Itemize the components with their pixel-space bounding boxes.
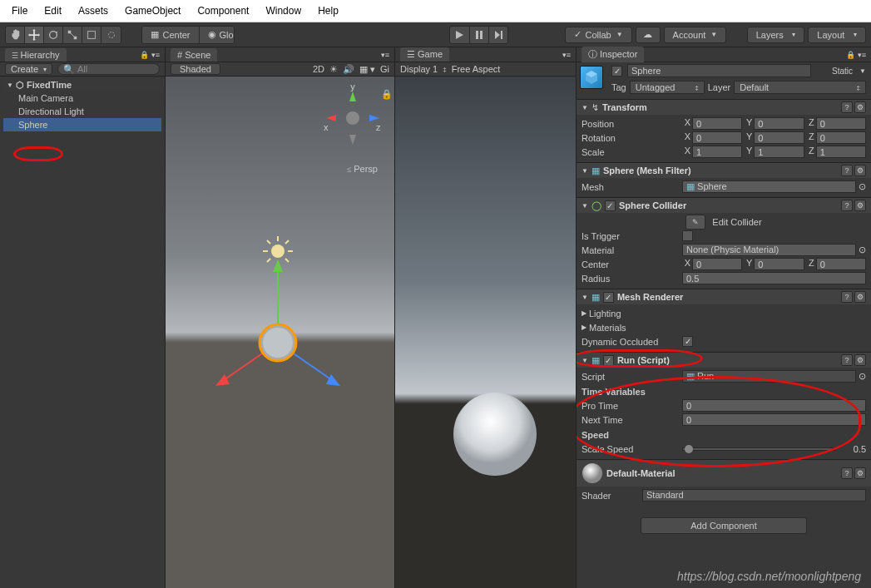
- menu-help[interactable]: Help: [309, 2, 347, 20]
- center-z[interactable]: [816, 258, 866, 270]
- position-y[interactable]: [754, 117, 804, 130]
- rotation-x[interactable]: [692, 131, 742, 144]
- hierarchy-item-directional-light[interactable]: Directional Light: [3, 105, 161, 118]
- object-name-field[interactable]: [627, 64, 811, 77]
- script-enabled-checkbox[interactable]: ✓: [603, 355, 614, 366]
- scene-root[interactable]: ▼ ⬡ FixedTime ▾≡: [3, 78, 165, 91]
- menu-file[interactable]: File: [3, 2, 36, 20]
- layout-dropdown[interactable]: Layout▾: [808, 27, 866, 43]
- edit-collider-button[interactable]: ✎: [685, 215, 705, 230]
- next-time-field[interactable]: [682, 413, 866, 426]
- gear-icon[interactable]: ⚙: [854, 354, 866, 366]
- mesh-field[interactable]: ▦ Sphere: [682, 180, 856, 193]
- menu-window[interactable]: Window: [257, 2, 309, 20]
- foldout-icon[interactable]: ▶: [581, 324, 586, 331]
- menu-assets[interactable]: Assets: [70, 2, 116, 20]
- selected-object-gizmo[interactable]: [195, 259, 361, 426]
- audio-toggle-icon[interactable]: 🔊: [343, 64, 354, 75]
- rotation-y[interactable]: [754, 131, 804, 144]
- orientation-gizmo[interactable]: y x z: [319, 85, 386, 151]
- renderer-enabled-checkbox[interactable]: ✓: [603, 292, 614, 303]
- gear-icon[interactable]: ⚙: [854, 165, 866, 176]
- foldout-icon[interactable]: ▼: [581, 167, 588, 175]
- help-icon[interactable]: ?: [841, 165, 853, 176]
- fx-toggle-icon[interactable]: ▦ ▾: [359, 64, 375, 75]
- scale-speed-slider[interactable]: 0.5: [682, 444, 866, 454]
- aspect-dropdown[interactable]: Free Aspect: [452, 64, 501, 74]
- step-button[interactable]: [489, 27, 508, 43]
- play-button[interactable]: [450, 27, 469, 43]
- hierarchy-item-sphere[interactable]: Sphere: [3, 118, 161, 131]
- account-dropdown[interactable]: Account▼: [664, 27, 727, 43]
- tag-dropdown[interactable]: Untagged‡: [630, 81, 705, 94]
- create-dropdown[interactable]: Create ▾: [5, 63, 52, 75]
- foldout-icon[interactable]: ▼: [581, 294, 588, 301]
- pro-time-field[interactable]: [682, 399, 866, 412]
- handle-toggle[interactable]: ◉Global: [200, 27, 235, 43]
- rect-tool[interactable]: [82, 27, 101, 43]
- collab-dropdown[interactable]: ✓Collab▼: [565, 27, 631, 43]
- collider-enabled-checkbox[interactable]: ✓: [605, 200, 616, 211]
- script-field[interactable]: ▦ Run: [682, 370, 856, 383]
- is-trigger-checkbox[interactable]: [682, 230, 693, 241]
- cloud-button[interactable]: ☁: [636, 27, 661, 43]
- unified-tool[interactable]: [101, 27, 121, 43]
- inspector-tab[interactable]: ⓘ Inspector: [581, 47, 644, 62]
- dynamic-occluded-checkbox[interactable]: ✓: [682, 336, 693, 347]
- gear-icon[interactable]: ⚙: [854, 291, 866, 303]
- scale-y[interactable]: [754, 146, 804, 158]
- help-icon[interactable]: ?: [841, 200, 853, 211]
- 2d-toggle[interactable]: 2D: [313, 64, 324, 74]
- rotate-tool[interactable]: [44, 27, 63, 43]
- foldout-icon[interactable]: ▼: [581, 357, 588, 364]
- panel-lock-icon[interactable]: 🔒 ▾≡: [140, 51, 160, 59]
- foldout-icon[interactable]: ▼: [7, 82, 13, 89]
- display-dropdown[interactable]: Display 1: [400, 64, 438, 74]
- shader-dropdown[interactable]: Standard: [642, 489, 866, 502]
- pivot-toggle[interactable]: ▦Center: [142, 27, 199, 43]
- panel-lock-icon[interactable]: 🔒 ▾≡: [846, 51, 866, 59]
- help-icon[interactable]: ?: [841, 354, 853, 366]
- center-y[interactable]: [754, 258, 804, 270]
- pause-button[interactable]: [470, 27, 489, 43]
- gear-icon[interactable]: ⚙: [854, 101, 866, 113]
- scale-tool[interactable]: [63, 27, 82, 43]
- foldout-icon[interactable]: ▼: [581, 202, 588, 210]
- move-tool[interactable]: [25, 27, 44, 43]
- scale-x[interactable]: [692, 146, 742, 158]
- object-picker-icon[interactable]: ⊙: [859, 245, 866, 255]
- physic-material-field[interactable]: None (Physic Material): [682, 244, 856, 256]
- hierarchy-search[interactable]: 🔍 All: [57, 63, 160, 75]
- position-x[interactable]: [692, 117, 742, 130]
- foldout-icon[interactable]: ▼: [581, 104, 588, 111]
- scene-viewport[interactable]: y x z ≤ Persp: [166, 77, 394, 588]
- light-toggle-icon[interactable]: ☀: [329, 64, 338, 75]
- help-icon[interactable]: ?: [841, 467, 853, 479]
- gear-icon[interactable]: ⚙: [854, 200, 866, 211]
- game-tab[interactable]: ☰ Game: [400, 47, 449, 62]
- menu-component[interactable]: Component: [189, 2, 257, 20]
- add-component-button[interactable]: Add Component: [641, 517, 807, 534]
- static-dropdown[interactable]: ▼: [859, 67, 866, 75]
- layers-dropdown[interactable]: Layers▾: [747, 27, 805, 43]
- materials-foldout[interactable]: Materials: [589, 323, 626, 333]
- menu-gameobject[interactable]: GameObject: [116, 2, 189, 20]
- rotation-z[interactable]: [816, 131, 866, 144]
- hierarchy-item-main-camera[interactable]: Main Camera: [3, 91, 161, 105]
- scene-tab[interactable]: # Scene: [171, 48, 217, 62]
- shading-mode[interactable]: Shaded: [171, 63, 220, 75]
- position-z[interactable]: [816, 117, 866, 130]
- gizmos-toggle[interactable]: Gi: [380, 64, 389, 74]
- static-checkbox[interactable]: [816, 66, 827, 77]
- gear-icon[interactable]: ⚙: [854, 467, 866, 479]
- menu-edit[interactable]: Edit: [36, 2, 70, 20]
- lighting-foldout[interactable]: Lighting: [589, 309, 621, 319]
- lock-icon[interactable]: 🔒: [381, 89, 393, 100]
- active-checkbox[interactable]: ✓: [611, 66, 622, 77]
- center-x[interactable]: [692, 258, 742, 270]
- radius-field[interactable]: [682, 272, 866, 284]
- help-icon[interactable]: ?: [841, 101, 853, 113]
- layer-dropdown[interactable]: Default‡: [734, 81, 866, 94]
- hierarchy-tab[interactable]: ☰ Hierarchy: [5, 48, 67, 62]
- object-picker-icon[interactable]: ⊙: [859, 181, 866, 192]
